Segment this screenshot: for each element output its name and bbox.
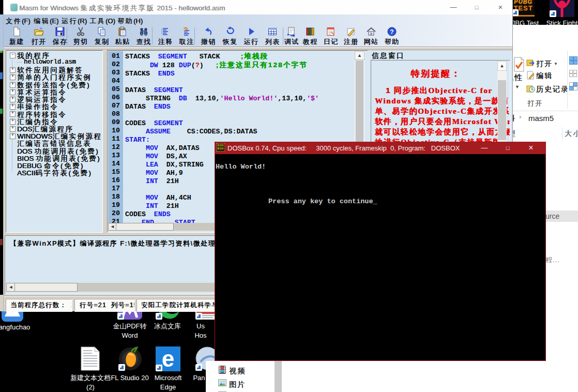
- svg-text:?: ?: [390, 28, 393, 36]
